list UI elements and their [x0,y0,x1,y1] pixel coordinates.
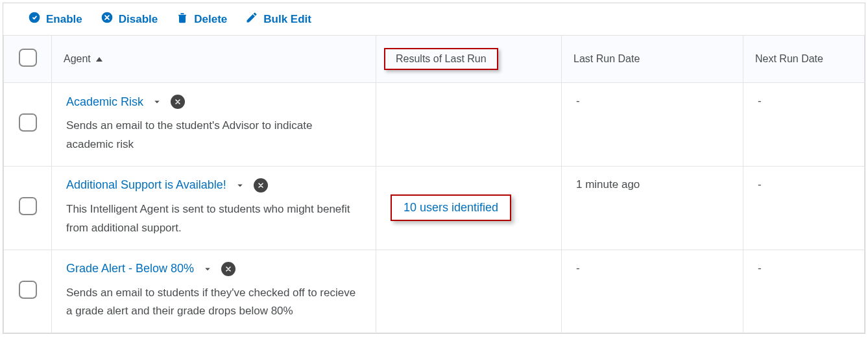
last-run-cell: - [562,250,743,333]
disabled-icon [221,262,235,276]
row-checkbox[interactable] [19,197,37,215]
table-row: Academic Risk Sends an email to the stud… [4,83,865,167]
next-run-cell: - [743,166,865,250]
row-checkbox[interactable] [19,281,37,299]
next-run-cell: - [743,250,865,333]
results-cell [376,250,562,333]
results-highlight: 10 users identified [391,194,511,221]
delete-label: Delete [194,13,227,26]
chevron-down-icon[interactable] [234,180,246,191]
pencil-icon [245,11,258,27]
svg-point-0 [29,12,40,23]
header-results: Results of Last Run [376,36,562,83]
enable-button[interactable]: Enable [28,11,82,27]
bulk-edit-label: Bulk Edit [263,13,311,26]
row-checkbox[interactable] [19,113,37,132]
bulk-edit-button[interactable]: Bulk Edit [245,11,311,27]
last-run-cell: 1 minute ago [562,166,743,250]
sort-asc-icon [96,57,102,62]
header-checkbox-col [4,36,52,83]
header-next-run: Next Run Date [743,36,865,83]
agent-description: Sends an email to students if they've ch… [66,284,361,321]
x-circle-icon [101,11,114,27]
check-circle-icon [28,11,41,27]
agent-description: Sends an email to the student's Advisor … [66,117,361,154]
table-row: Additional Support is Available! This In… [4,166,865,250]
trash-icon [176,11,189,27]
results-cell: 10 users identified [376,166,562,250]
header-last-run-label: Last Run Date [573,53,640,64]
chevron-down-icon[interactable] [202,263,213,275]
header-results-label: Results of Last Run [396,53,487,64]
last-run-cell: - [562,83,743,167]
agents-table: Agent Results of Last Run Last Run Date … [3,35,865,333]
disabled-icon [254,178,268,193]
header-agent[interactable]: Agent [52,36,376,83]
disabled-icon [171,95,185,109]
select-all-checkbox[interactable] [19,49,37,67]
agent-link[interactable]: Grade Alert - Below 80% [66,262,194,275]
agent-link[interactable]: Additional Support is Available! [66,178,226,192]
toolbar: Enable Disable Delete Bulk Edit [3,3,865,35]
enable-label: Enable [46,13,82,26]
disable-label: Disable [119,13,158,26]
chevron-down-icon[interactable] [151,96,163,108]
header-last-run: Last Run Date [562,36,743,83]
header-results-highlight: Results of Last Run [384,48,498,70]
header-agent-label: Agent [64,53,91,64]
delete-button[interactable]: Delete [176,11,227,27]
header-next-run-label: Next Run Date [755,53,823,64]
agent-link[interactable]: Academic Risk [66,95,143,109]
table-row: Grade Alert - Below 80% Sends an email t… [4,250,865,333]
results-link[interactable]: 10 users identified [404,201,498,214]
next-run-cell: - [743,83,865,167]
agent-description: This Intelligent Agent is sent to studen… [66,200,361,238]
results-cell [376,83,562,167]
disable-button[interactable]: Disable [101,11,158,27]
